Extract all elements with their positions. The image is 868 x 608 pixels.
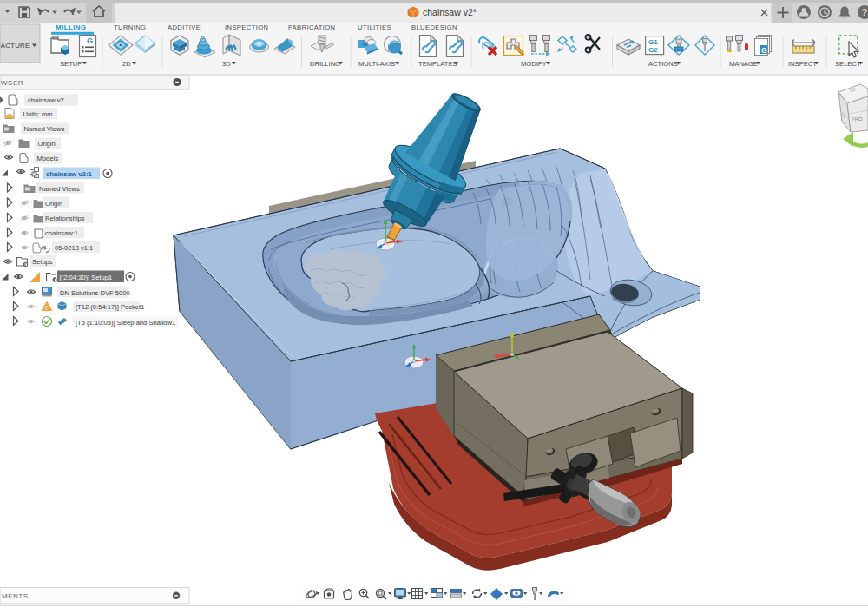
svg-text:G2: G2 <box>648 46 658 54</box>
svg-text:ACTIONS: ACTIONS <box>648 60 678 68</box>
svg-text:Units: mm: Units: mm <box>23 110 53 118</box>
svg-text:[T5 (1:10:05)] Steep and Shall: [T5 (1:10:05)] Steep and Shallow1 <box>76 319 175 327</box>
svg-text:!: ! <box>45 304 48 312</box>
svg-text:SELECT: SELECT <box>835 60 861 68</box>
svg-text:BLUEDESIGN: BLUEDESIGN <box>411 23 457 31</box>
svg-text:Origin: Origin <box>38 140 56 148</box>
svg-text:G: G <box>761 46 767 55</box>
svg-text:TEMPLATES: TEMPLATES <box>418 60 457 68</box>
svg-text:05-0213 v1:1: 05-0213 v1:1 <box>55 244 93 252</box>
svg-text:G: G <box>87 36 93 45</box>
svg-text:chainsaw v2: chainsaw v2 <box>28 96 64 104</box>
svg-text:UTILITIES: UTILITIES <box>358 23 391 31</box>
svg-text:MODIFY: MODIFY <box>521 60 547 68</box>
svg-text:Named Views: Named Views <box>39 185 80 193</box>
svg-text:chainsaw:1: chainsaw:1 <box>45 229 78 237</box>
svg-text:Relationships: Relationships <box>45 215 85 222</box>
svg-text:MENTS: MENTS <box>2 592 29 600</box>
svg-text:Models: Models <box>37 155 59 162</box>
svg-text:2D: 2D <box>122 60 131 68</box>
svg-text:Setups: Setups <box>32 258 53 266</box>
svg-text:chainsaw v2*: chainsaw v2* <box>423 7 477 17</box>
svg-text:chainsaw v2:1: chainsaw v2:1 <box>46 170 93 178</box>
svg-text:[T12 (0:54:17)] Pocket1: [T12 (0:54:17)] Pocket1 <box>76 303 144 311</box>
svg-text:INSPECT: INSPECT <box>788 60 817 68</box>
svg-text:ADDITIVE: ADDITIVE <box>168 23 201 31</box>
svg-text:INSPECTION: INSPECTION <box>225 23 268 31</box>
svg-text:[(2:04:30)] Setup1: [(2:04:30)] Setup1 <box>60 274 113 281</box>
svg-text:DN Solutions DVF 5000: DN Solutions DVF 5000 <box>60 289 130 297</box>
svg-text:SETUP: SETUP <box>60 60 82 68</box>
svg-text:Origin: Origin <box>45 200 62 208</box>
svg-text:?: ? <box>862 7 868 17</box>
svg-text:Named Views: Named Views <box>24 125 65 133</box>
svg-text:MULTI-AXIS: MULTI-AXIS <box>358 60 395 68</box>
svg-text:MILLING: MILLING <box>56 23 87 31</box>
svg-text:MANAGE: MANAGE <box>729 60 758 68</box>
svg-text:TURNING: TURNING <box>114 23 146 31</box>
svg-text:FACTURE: FACTURE <box>0 42 30 50</box>
svg-text:3D: 3D <box>222 60 231 68</box>
svg-text:DRILLING: DRILLING <box>310 60 340 68</box>
svg-text:G1: G1 <box>648 38 658 46</box>
svg-text:FABRICATION: FABRICATION <box>288 23 335 31</box>
svg-text:WSER: WSER <box>1 79 23 87</box>
